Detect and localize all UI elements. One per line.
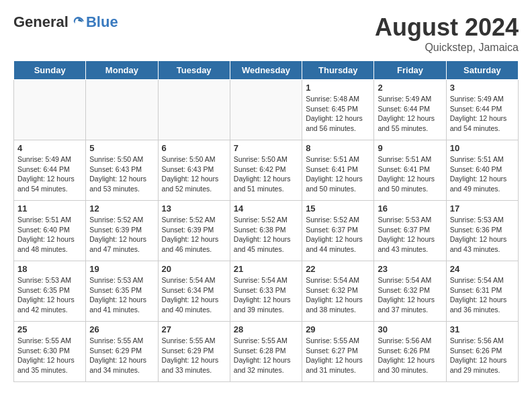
day-number: 19: [89, 264, 154, 274]
calendar-day-cell: 1Sunrise: 5:48 AM Sunset: 6:45 PM Daylig…: [302, 80, 374, 140]
logo-blue-text: Blue: [86, 13, 118, 31]
day-info: Sunrise: 5:52 AM Sunset: 6:39 PM Dayligh…: [89, 215, 154, 255]
day-of-week-header: Wednesday: [230, 61, 302, 80]
day-number: 7: [234, 143, 298, 153]
day-number: 6: [162, 143, 226, 153]
day-number: 3: [450, 83, 515, 93]
day-info: Sunrise: 5:49 AM Sunset: 6:44 PM Dayligh…: [378, 94, 442, 134]
calendar-day-cell: [14, 80, 86, 140]
day-of-week-header: Tuesday: [158, 61, 230, 80]
day-of-week-header: Saturday: [446, 61, 518, 80]
calendar-week-row: 25Sunrise: 5:55 AM Sunset: 6:30 PM Dayli…: [14, 322, 519, 382]
calendar-day-cell: [230, 80, 302, 140]
day-of-week-header: Friday: [374, 61, 446, 80]
day-info: Sunrise: 5:55 AM Sunset: 6:27 PM Dayligh…: [306, 336, 370, 375]
calendar-day-cell: 13Sunrise: 5:52 AM Sunset: 6:39 PM Dayli…: [158, 201, 230, 261]
day-number: 23: [378, 264, 442, 274]
day-info: Sunrise: 5:49 AM Sunset: 6:44 PM Dayligh…: [450, 94, 515, 134]
day-number: 30: [378, 324, 442, 334]
day-info: Sunrise: 5:53 AM Sunset: 6:36 PM Dayligh…: [450, 215, 515, 255]
title-section: August 2024 Quickstep, Jamaica: [375, 13, 519, 54]
day-number: 31: [450, 324, 515, 334]
day-number: 24: [450, 264, 515, 274]
calendar-day-cell: 14Sunrise: 5:52 AM Sunset: 6:38 PM Dayli…: [230, 201, 302, 261]
day-info: Sunrise: 5:54 AM Sunset: 6:34 PM Dayligh…: [162, 275, 226, 315]
calendar-day-cell: 11Sunrise: 5:51 AM Sunset: 6:40 PM Dayli…: [14, 201, 86, 261]
calendar-day-cell: 5Sunrise: 5:50 AM Sunset: 6:43 PM Daylig…: [86, 140, 158, 201]
day-number: 5: [89, 143, 154, 153]
day-info: Sunrise: 5:55 AM Sunset: 6:28 PM Dayligh…: [234, 336, 298, 375]
day-info: Sunrise: 5:52 AM Sunset: 6:38 PM Dayligh…: [234, 215, 298, 255]
day-number: 20: [162, 264, 226, 274]
day-info: Sunrise: 5:55 AM Sunset: 6:29 PM Dayligh…: [162, 336, 226, 375]
day-info: Sunrise: 5:50 AM Sunset: 6:42 PM Dayligh…: [234, 154, 298, 194]
calendar-day-cell: 27Sunrise: 5:55 AM Sunset: 6:29 PM Dayli…: [158, 322, 230, 382]
day-number: 13: [162, 203, 226, 214]
calendar-day-cell: 21Sunrise: 5:54 AM Sunset: 6:33 PM Dayli…: [230, 261, 302, 322]
day-info: Sunrise: 5:53 AM Sunset: 6:35 PM Dayligh…: [89, 275, 154, 315]
calendar-day-cell: 30Sunrise: 5:56 AM Sunset: 6:26 PM Dayli…: [374, 322, 446, 382]
calendar-day-cell: 23Sunrise: 5:54 AM Sunset: 6:32 PM Dayli…: [374, 261, 446, 322]
calendar-day-cell: 7Sunrise: 5:50 AM Sunset: 6:42 PM Daylig…: [230, 140, 302, 201]
calendar-day-cell: 20Sunrise: 5:54 AM Sunset: 6:34 PM Dayli…: [158, 261, 230, 322]
day-info: Sunrise: 5:52 AM Sunset: 6:37 PM Dayligh…: [306, 215, 370, 255]
calendar-day-cell: 3Sunrise: 5:49 AM Sunset: 6:44 PM Daylig…: [446, 80, 518, 140]
day-info: Sunrise: 5:55 AM Sunset: 6:30 PM Dayligh…: [17, 336, 82, 375]
calendar-day-cell: 28Sunrise: 5:55 AM Sunset: 6:28 PM Dayli…: [230, 322, 302, 382]
calendar-day-cell: 22Sunrise: 5:54 AM Sunset: 6:32 PM Dayli…: [302, 261, 374, 322]
calendar-day-cell: 25Sunrise: 5:55 AM Sunset: 6:30 PM Dayli…: [14, 322, 86, 382]
calendar-day-cell: 31Sunrise: 5:56 AM Sunset: 6:26 PM Dayli…: [446, 322, 518, 382]
day-number: 2: [378, 83, 442, 93]
day-info: Sunrise: 5:50 AM Sunset: 6:43 PM Dayligh…: [89, 154, 154, 194]
day-number: 29: [306, 324, 370, 334]
day-info: Sunrise: 5:52 AM Sunset: 6:39 PM Dayligh…: [162, 215, 226, 255]
calendar-day-cell: 15Sunrise: 5:52 AM Sunset: 6:37 PM Dayli…: [302, 201, 374, 261]
day-info: Sunrise: 5:56 AM Sunset: 6:26 PM Dayligh…: [450, 336, 515, 375]
day-info: Sunrise: 5:54 AM Sunset: 6:32 PM Dayligh…: [306, 275, 370, 315]
day-info: Sunrise: 5:53 AM Sunset: 6:37 PM Dayligh…: [378, 215, 442, 255]
logo-general-text: General: [13, 13, 69, 31]
calendar-day-cell: 24Sunrise: 5:54 AM Sunset: 6:31 PM Dayli…: [446, 261, 518, 322]
day-info: Sunrise: 5:56 AM Sunset: 6:26 PM Dayligh…: [378, 336, 442, 375]
page-header: General Blue August 2024 Quickstep, Jama…: [13, 13, 519, 54]
day-number: 8: [306, 143, 370, 153]
calendar-week-row: 18Sunrise: 5:53 AM Sunset: 6:35 PM Dayli…: [14, 261, 519, 322]
calendar-day-cell: 26Sunrise: 5:55 AM Sunset: 6:29 PM Dayli…: [86, 322, 158, 382]
day-number: 12: [89, 203, 154, 214]
day-number: 11: [17, 203, 82, 214]
calendar-day-cell: 10Sunrise: 5:51 AM Sunset: 6:40 PM Dayli…: [446, 140, 518, 201]
day-info: Sunrise: 5:51 AM Sunset: 6:41 PM Dayligh…: [378, 154, 442, 194]
calendar-day-cell: 12Sunrise: 5:52 AM Sunset: 6:39 PM Dayli…: [86, 201, 158, 261]
calendar-week-row: 4Sunrise: 5:49 AM Sunset: 6:44 PM Daylig…: [14, 140, 519, 201]
calendar-day-cell: 18Sunrise: 5:53 AM Sunset: 6:35 PM Dayli…: [14, 261, 86, 322]
calendar-day-cell: 17Sunrise: 5:53 AM Sunset: 6:36 PM Dayli…: [446, 201, 518, 261]
calendar-day-cell: 2Sunrise: 5:49 AM Sunset: 6:44 PM Daylig…: [374, 80, 446, 140]
logo: General Blue: [13, 13, 118, 31]
calendar-day-cell: [158, 80, 230, 140]
calendar-week-row: 11Sunrise: 5:51 AM Sunset: 6:40 PM Dayli…: [14, 201, 519, 261]
calendar-day-cell: 19Sunrise: 5:53 AM Sunset: 6:35 PM Dayli…: [86, 261, 158, 322]
day-number: 10: [450, 143, 515, 153]
day-info: Sunrise: 5:48 AM Sunset: 6:45 PM Dayligh…: [306, 94, 370, 134]
day-info: Sunrise: 5:51 AM Sunset: 6:40 PM Dayligh…: [450, 154, 515, 194]
day-number: 4: [17, 143, 82, 153]
day-info: Sunrise: 5:54 AM Sunset: 6:33 PM Dayligh…: [234, 275, 298, 315]
day-of-week-header: Thursday: [302, 61, 374, 80]
day-number: 17: [450, 203, 515, 214]
day-number: 28: [234, 324, 298, 334]
calendar-day-cell: [86, 80, 158, 140]
calendar-week-row: 1Sunrise: 5:48 AM Sunset: 6:45 PM Daylig…: [14, 80, 519, 140]
day-info: Sunrise: 5:49 AM Sunset: 6:44 PM Dayligh…: [17, 154, 82, 194]
calendar-day-cell: 8Sunrise: 5:51 AM Sunset: 6:41 PM Daylig…: [302, 140, 374, 201]
day-number: 1: [306, 83, 370, 93]
calendar-day-cell: 9Sunrise: 5:51 AM Sunset: 6:41 PM Daylig…: [374, 140, 446, 201]
day-of-week-header: Sunday: [14, 61, 86, 80]
day-of-week-header: Monday: [86, 61, 158, 80]
month-year-title: August 2024: [375, 13, 519, 42]
day-number: 22: [306, 264, 370, 274]
day-info: Sunrise: 5:50 AM Sunset: 6:43 PM Dayligh…: [162, 154, 226, 194]
day-number: 16: [378, 203, 442, 214]
day-number: 15: [306, 203, 370, 214]
day-info: Sunrise: 5:54 AM Sunset: 6:32 PM Dayligh…: [378, 275, 442, 315]
day-number: 26: [89, 324, 154, 334]
